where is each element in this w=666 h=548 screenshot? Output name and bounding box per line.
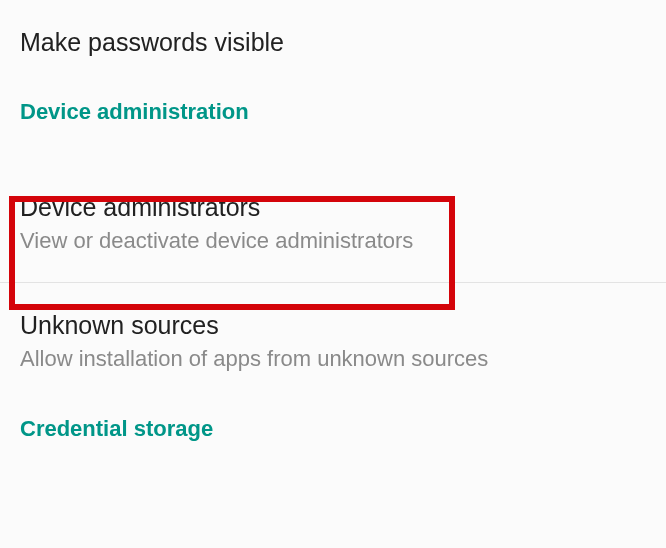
setting-title: Unknown sources	[20, 309, 646, 342]
settings-security-screen: Make passwords visible Device administra…	[0, 0, 666, 548]
setting-subtitle: View or deactivate device administrators	[20, 227, 646, 256]
setting-subtitle: Allow installation of apps from unknown …	[20, 345, 646, 374]
section-header-credential-storage: Credential storage	[0, 404, 666, 482]
setting-title: Device administrators	[20, 191, 646, 224]
section-header-device-administration: Device administration	[0, 89, 666, 165]
setting-title: Make passwords visible	[20, 26, 646, 59]
setting-unknown-sources[interactable]: Unknown sources Allow installation of ap…	[0, 283, 666, 404]
setting-make-passwords-visible[interactable]: Make passwords visible	[0, 0, 666, 89]
setting-device-administrators[interactable]: Device administrators View or deactivate…	[0, 165, 666, 282]
